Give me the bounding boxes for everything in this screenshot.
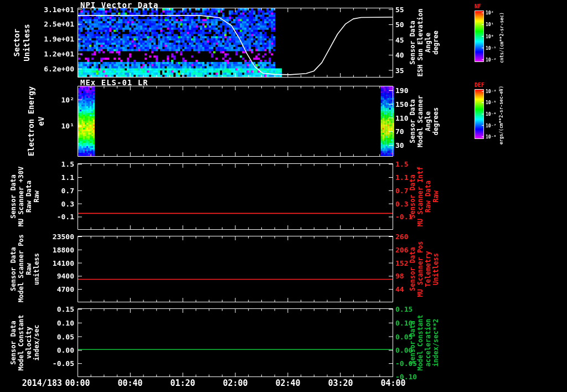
y-axis-right-label-line: Sensor Data	[409, 236, 416, 302]
x-tick-label: 03:20	[316, 379, 365, 388]
y-axis-left-label-line: Raw	[33, 163, 40, 230]
y-tick-label-right: 30	[395, 142, 404, 149]
y-tick-label-right: 70	[395, 128, 404, 135]
y-axis-right-label-line: acceleration	[424, 308, 432, 377]
colorbar-name: NF	[475, 3, 481, 9]
y-axis-right-label-line: Sensor Data	[409, 8, 416, 78]
x-tick-label: 04:00	[368, 379, 418, 388]
colorbar-tick-label: 10⁰	[486, 34, 493, 39]
y-tick-label-left: 6.2e+00	[33, 65, 74, 73]
y-tick-label-left: 1.9e+01	[33, 35, 74, 43]
x-tick-label: 02:00	[210, 379, 260, 388]
colorbar-tick-label: 10¹	[486, 22, 493, 27]
colorbar-tick-label: 10²	[486, 11, 493, 16]
y-axis-right-label-line: MU Scanner Pos	[416, 236, 424, 302]
y-axis-right-label-line: Telemetry	[424, 236, 432, 302]
y-axis-left-label-line: eV	[37, 86, 45, 157]
y-axis-right-label-line: Model Constant	[416, 308, 424, 377]
y-axis-right-label-line: Raw	[432, 163, 440, 230]
y-tick-label-right: 44	[395, 286, 404, 293]
y-axis-left-label-line: Model Scanner Pos	[17, 236, 25, 302]
y-tick-label-right: 1.1	[395, 174, 408, 181]
y-axis-left-label-line: Unitless	[23, 8, 30, 78]
y-axis-right-label-line: MU Scanner Intf	[416, 163, 424, 230]
y-axis-right-label-line: degrees	[432, 86, 440, 157]
y-tick-label-right: 0.3	[395, 200, 408, 208]
x-tick-label: 01:20	[158, 379, 208, 388]
y-axis-left-label-line: Raw	[25, 236, 33, 302]
y-axis-left-label-line: Electron Energy	[27, 86, 35, 157]
colorbar-tick-label: 10⁻⁶	[486, 112, 496, 117]
colorbar-unit-label: ergs/(cm**2-sr-sec-eV)	[499, 76, 507, 154]
y-axis-right-label-line: Sensor Data	[409, 86, 416, 157]
y-axis-left-label-line: unitless	[33, 236, 40, 302]
colorbar-tick-label: 10⁻¹	[486, 46, 496, 51]
y-tick-label-left: 3.1e+01	[33, 6, 74, 13]
y-axis-left-label-line: MU Scanner +30V	[17, 163, 25, 230]
y-axis-right-label-line: Angle	[424, 86, 432, 157]
y-axis-right-label-line: Sensor Data	[409, 308, 416, 377]
y-axis-left-label-line: index/sec	[33, 308, 40, 377]
x-tick-label: 02:40	[263, 379, 313, 388]
y-tick-label-right: 98	[395, 272, 404, 280]
y-axis-left-label-line: Sensor Data	[9, 308, 17, 377]
y-axis-left-label-line: Sensor Data	[9, 236, 17, 302]
plot-canvas	[0, 0, 567, 392]
panel-title-els: MEx ELS-01 LR	[80, 78, 148, 87]
y-tick-label-right: 190	[395, 87, 408, 94]
y-axis-right-label-line: ESH Sun Elevation	[416, 8, 424, 78]
colorbar-tick-label: 10⁻²	[486, 58, 496, 63]
colorbar-unit-label: cnts/(cm**2-sr-sec)	[499, 0, 507, 77]
y-tick-label-right: 40	[395, 51, 404, 59]
y-tick-label-right: 55	[395, 6, 404, 13]
x-tick-label: 00:00	[53, 379, 102, 388]
y-tick-label-right: 206	[395, 246, 408, 254]
y-axis-right-label-line: Unitless	[432, 236, 440, 302]
y-axis-left-label-line: velocity	[25, 308, 33, 377]
y-tick-label-right: 45	[395, 37, 404, 44]
plot-figure: NPI Vector Data MEx ELS-01 LR 2014/183 3…	[0, 0, 567, 392]
y-tick-label-right: 260	[395, 233, 408, 240]
colorbar-tick-label: 10⁻⁴	[486, 89, 496, 94]
y-tick-label-right: 50	[395, 21, 404, 28]
panel-title-npi: NPI Vector Data	[80, 1, 158, 9]
colorbar-tick-label: 10⁻⁵	[486, 100, 496, 105]
colorbar-tick-label: 10⁻⁷	[486, 123, 496, 128]
y-tick-label-right: 1.5	[395, 161, 408, 168]
colorbar-name: DEF	[475, 82, 484, 88]
y-tick-label-right: 150	[395, 101, 408, 108]
y-axis-right-label-line: Angle	[424, 8, 432, 78]
x-tick-label: 00:40	[105, 379, 155, 388]
y-tick-label-left: 1.2e+01	[33, 50, 74, 58]
y-tick-label-left: 2.5e+01	[33, 20, 74, 28]
y-axis-right-label-line: Sensor Data	[409, 163, 416, 230]
y-tick-label-right: 110	[395, 115, 408, 122]
y-tick-label-right: 0.7	[395, 187, 408, 194]
colorbar-tick-label: 10⁻⁸	[486, 135, 496, 140]
y-tick-label-right: 152	[395, 260, 408, 267]
y-axis-right-label-line: degree	[432, 8, 440, 78]
y-tick-label-right: 35	[395, 67, 404, 74]
y-axis-left-label-line: Sector	[13, 8, 20, 78]
y-axis-right-label-line: index/sec**2	[432, 308, 440, 377]
y-axis-left-label-line: Raw Data	[25, 163, 33, 230]
y-axis-right-label-line: Model Scanner	[416, 86, 424, 157]
y-axis-right-label-line: Raw Data	[424, 163, 432, 230]
y-axis-left-label-line: Sensor Data	[9, 163, 17, 230]
y-axis-left-label-line: Model Constant	[17, 308, 25, 377]
